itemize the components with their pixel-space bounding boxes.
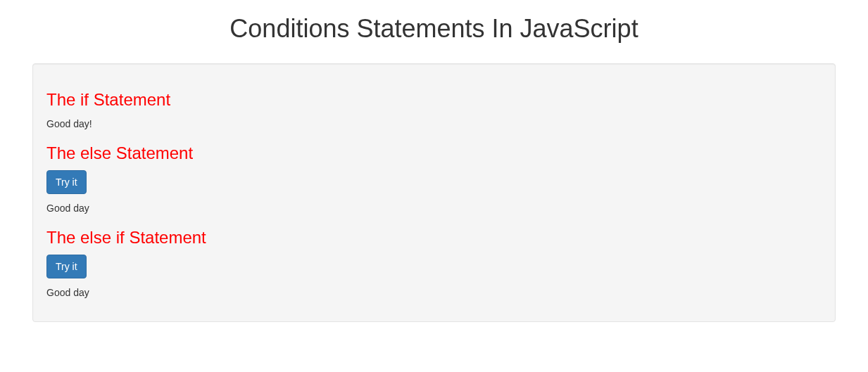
- else-statement-output: Good day: [46, 201, 822, 215]
- elseif-statement-heading: The else if Statement: [46, 228, 822, 248]
- else-try-it-button[interactable]: Try it: [46, 170, 87, 194]
- elseif-statement-output: Good day: [46, 286, 822, 300]
- page-title: Conditions Statements In JavaScript: [0, 14, 868, 44]
- examples-panel: The if Statement Good day! The else Stat…: [32, 63, 836, 322]
- elseif-try-it-button[interactable]: Try it: [46, 255, 87, 278]
- if-statement-heading: The if Statement: [46, 90, 822, 110]
- else-statement-heading: The else Statement: [46, 143, 822, 163]
- if-statement-output: Good day!: [46, 117, 822, 131]
